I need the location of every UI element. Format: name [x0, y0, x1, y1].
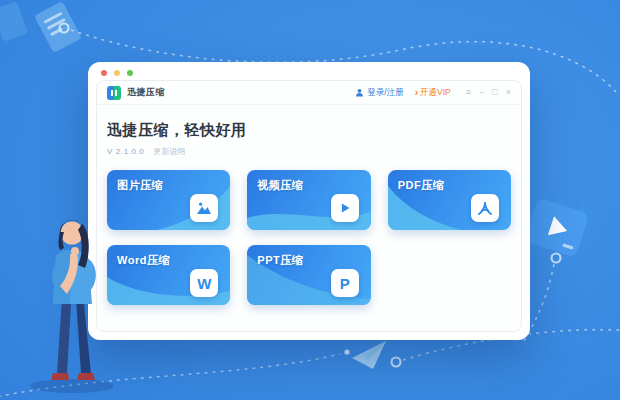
card-video-compress[interactable]: 视频压缩 — [247, 170, 370, 230]
open-vip-link[interactable]: › 开通VIP — [415, 87, 451, 99]
image-icon — [190, 194, 218, 222]
video-clip-icon — [524, 192, 591, 258]
ring-node — [392, 358, 401, 367]
ppt-letter-icon: P — [331, 269, 359, 297]
card-label: PPT压缩 — [257, 253, 303, 268]
card-label: PDF压缩 — [398, 178, 445, 193]
login-label: 登录/注册 — [367, 87, 403, 99]
card-word-compress[interactable]: Word压缩 W — [107, 245, 230, 305]
card-ppt-compress[interactable]: PPT压缩 P — [247, 245, 370, 305]
traffic-close-button[interactable] — [101, 70, 107, 76]
traffic-minimize-button[interactable] — [114, 70, 120, 76]
app-title: 迅捷压缩 — [127, 86, 165, 99]
user-icon — [355, 88, 364, 97]
feature-cards-grid: 图片压缩 视频压缩 — [107, 170, 511, 305]
card-label: 图片压缩 — [117, 178, 163, 193]
card-label: 视频压缩 — [257, 178, 303, 193]
desktop-background: 迅捷压缩 登录/注册 › 开通VIP ≡ — [0, 0, 620, 400]
vip-chevron-icon: › — [415, 88, 418, 98]
dot-node — [344, 349, 349, 354]
menu-icon[interactable]: ≡ — [466, 88, 471, 97]
app-logo-icon — [107, 86, 121, 100]
card-label: Word压缩 — [117, 253, 170, 268]
document-icon — [0, 1, 28, 42]
card-pdf-compress[interactable]: PDF压缩 — [388, 170, 511, 230]
login-register-link[interactable]: 登录/注册 — [355, 87, 403, 99]
page-title: 迅捷压缩，轻快好用 — [107, 121, 511, 140]
version-label: V 2.1.0.0 — [107, 147, 144, 156]
card-image-compress[interactable]: 图片压缩 — [107, 170, 230, 230]
traffic-maximize-button[interactable] — [127, 70, 133, 76]
main-content: 迅捷压缩，轻快好用 V 2.1.0.0 更新说明 图片压缩 — [97, 105, 521, 305]
version-row: V 2.1.0.0 更新说明 — [107, 146, 511, 157]
window-controls: ≡ − □ × — [462, 88, 511, 97]
paper-plane-icon — [352, 341, 386, 369]
minimize-icon[interactable]: − — [479, 88, 484, 97]
app-panel: 迅捷压缩 登录/注册 › 开通VIP ≡ — [96, 80, 522, 332]
update-notes-link[interactable]: 更新说明 — [153, 146, 185, 157]
thinking-woman-illustration — [24, 204, 122, 396]
window-traffic-lights — [101, 70, 133, 76]
titlebar: 迅捷压缩 登录/注册 › 开通VIP ≡ — [97, 81, 521, 105]
play-icon — [331, 194, 359, 222]
maximize-icon[interactable]: □ — [492, 88, 497, 97]
titlebar-right: 登录/注册 › 开通VIP ≡ − □ × — [355, 87, 511, 99]
document-icon — [34, 1, 82, 53]
pdf-person-icon — [471, 194, 499, 222]
ring-node — [552, 254, 561, 263]
word-letter-icon: W — [190, 269, 218, 297]
close-icon[interactable]: × — [506, 88, 511, 97]
vip-label: 开通VIP — [420, 87, 451, 99]
app-window: 迅捷压缩 登录/注册 › 开通VIP ≡ — [88, 62, 530, 340]
